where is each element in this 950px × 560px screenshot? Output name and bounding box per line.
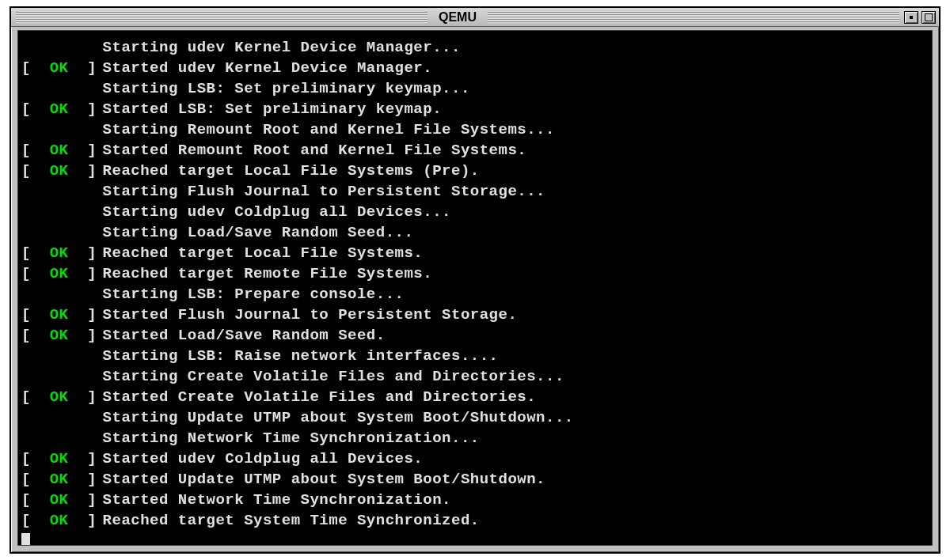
minimize-button[interactable] bbox=[904, 11, 918, 24]
status-ok: [ OK ] bbox=[21, 448, 103, 469]
status-empty bbox=[21, 202, 103, 222]
boot-log-message: Starting Flush Journal to Persistent Sto… bbox=[103, 181, 545, 202]
maximize-icon bbox=[925, 13, 933, 21]
status-empty bbox=[21, 366, 103, 387]
boot-log-line: [ OK ] Started Remount Root and Kernel F… bbox=[21, 140, 929, 161]
status-empty bbox=[21, 222, 103, 243]
boot-log-message: Started Load/Save Random Seed. bbox=[103, 325, 386, 346]
boot-log-message: Started LSB: Set preliminary keymap. bbox=[103, 99, 442, 119]
boot-log-message: Starting LSB: Set preliminary keymap... bbox=[103, 78, 470, 99]
boot-log-line: [ OK ] Reached target Remote File System… bbox=[21, 263, 929, 284]
boot-log-message: Started udev Coldplug all Devices. bbox=[103, 448, 424, 469]
boot-log-line: Starting Flush Journal to Persistent Sto… bbox=[21, 181, 929, 202]
boot-log-line: Starting LSB: Prepare console... bbox=[21, 284, 929, 305]
status-ok-label: OK bbox=[50, 450, 69, 467]
cursor-icon bbox=[21, 533, 30, 546]
titlebar-grip-right bbox=[488, 12, 899, 23]
boot-log-message: Starting udev Coldplug all Devices... bbox=[103, 202, 451, 222]
status-ok: [ OK ] bbox=[21, 490, 103, 510]
status-ok-label: OK bbox=[50, 471, 69, 488]
status-ok-label: OK bbox=[50, 162, 69, 180]
boot-log-message: Starting LSB: Raise network interfaces..… bbox=[103, 346, 499, 366]
boot-log-line: [ OK ] Started udev Coldplug all Devices… bbox=[21, 448, 929, 469]
terminal-output: Starting udev Kernel Device Manager...[ … bbox=[17, 30, 933, 546]
status-ok-label: OK bbox=[50, 327, 69, 344]
cursor-line bbox=[21, 531, 929, 546]
status-ok: [ OK ] bbox=[21, 305, 103, 325]
status-empty bbox=[21, 119, 103, 140]
status-ok-label: OK bbox=[50, 265, 69, 282]
status-ok-label: OK bbox=[50, 244, 69, 262]
boot-log-message: Starting LSB: Prepare console... bbox=[103, 284, 405, 305]
boot-log-line: Starting Create Volatile Files and Direc… bbox=[21, 366, 929, 387]
boot-log-line: [ OK ] Started Network Time Synchronizat… bbox=[21, 490, 929, 510]
status-empty bbox=[21, 428, 103, 448]
status-ok: [ OK ] bbox=[21, 469, 103, 490]
window-buttons bbox=[904, 11, 939, 24]
status-ok-label: OK bbox=[50, 512, 69, 529]
status-ok: [ OK ] bbox=[21, 510, 103, 531]
status-empty bbox=[21, 78, 103, 99]
status-empty bbox=[21, 181, 103, 202]
boot-log-message: Started Flush Journal to Persistent Stor… bbox=[103, 305, 518, 325]
qemu-window: QEMU Starting udev Kernel Device Manager… bbox=[10, 6, 940, 554]
status-empty bbox=[21, 346, 103, 366]
status-ok: [ OK ] bbox=[21, 58, 103, 78]
boot-log-line: [ OK ] Reached target Local File Systems… bbox=[21, 161, 929, 181]
window-title: QEMU bbox=[432, 10, 483, 25]
boot-log-message: Started Network Time Synchronization. bbox=[103, 490, 451, 510]
boot-log-message: Started Create Volatile Files and Direct… bbox=[103, 387, 537, 407]
boot-log-line: [ OK ] Reached target System Time Synchr… bbox=[21, 510, 929, 531]
status-ok-label: OK bbox=[50, 491, 69, 509]
boot-log-message: Starting Load/Save Random Seed... bbox=[103, 222, 414, 243]
status-empty bbox=[21, 37, 103, 58]
boot-log-line: Starting LSB: Set preliminary keymap... bbox=[21, 78, 929, 99]
maximize-button[interactable] bbox=[922, 11, 936, 24]
boot-log-message: Started udev Kernel Device Manager. bbox=[103, 58, 433, 78]
boot-log-line: [ OK ] Started Update UTMP about System … bbox=[21, 469, 929, 490]
boot-log-line: Starting Update UTMP about System Boot/S… bbox=[21, 407, 929, 428]
status-ok-label: OK bbox=[50, 142, 69, 159]
status-ok: [ OK ] bbox=[21, 387, 103, 407]
boot-log-line: [ OK ] Reached target Local File Systems… bbox=[21, 243, 929, 263]
boot-log-line: [ OK ] Started LSB: Set preliminary keym… bbox=[21, 99, 929, 119]
boot-log-message: Reached target System Time Synchronized. bbox=[103, 510, 480, 531]
titlebar-grip-left bbox=[16, 12, 428, 23]
boot-log-message: Starting Network Time Synchronization... bbox=[103, 428, 480, 448]
titlebar[interactable]: QEMU bbox=[11, 8, 939, 27]
status-ok: [ OK ] bbox=[21, 161, 103, 181]
boot-log-message: Starting Update UTMP about System Boot/S… bbox=[103, 407, 574, 428]
boot-log-line: Starting Load/Save Random Seed... bbox=[21, 222, 929, 243]
boot-log-line: [ OK ] Started Flush Journal to Persiste… bbox=[21, 305, 929, 325]
boot-log-message: Reached target Remote File Systems. bbox=[103, 263, 433, 284]
status-ok: [ OK ] bbox=[21, 243, 103, 263]
boot-log-message: Starting Remount Root and Kernel File Sy… bbox=[103, 119, 555, 140]
status-ok: [ OK ] bbox=[21, 263, 103, 284]
status-ok-label: OK bbox=[50, 100, 69, 118]
boot-log-message: Reached target Local File Systems. bbox=[103, 243, 424, 263]
boot-log-message: Starting udev Kernel Device Manager... bbox=[103, 37, 461, 58]
status-ok-label: OK bbox=[50, 59, 69, 77]
boot-log-line: Starting udev Kernel Device Manager... bbox=[21, 37, 929, 58]
boot-log-message: Started Remount Root and Kernel File Sys… bbox=[103, 140, 527, 161]
status-ok: [ OK ] bbox=[21, 140, 103, 161]
boot-log-line: [ OK ] Started Load/Save Random Seed. bbox=[21, 325, 929, 346]
boot-log-line: [ OK ] Started udev Kernel Device Manage… bbox=[21, 58, 929, 78]
status-ok: [ OK ] bbox=[21, 99, 103, 119]
boot-log-line: Starting udev Coldplug all Devices... bbox=[21, 202, 929, 222]
status-ok: [ OK ] bbox=[21, 325, 103, 346]
boot-log-line: Starting LSB: Raise network interfaces..… bbox=[21, 346, 929, 366]
status-empty bbox=[21, 284, 103, 305]
boot-log-message: Reached target Local File Systems (Pre). bbox=[103, 161, 480, 181]
minimize-icon bbox=[910, 16, 913, 19]
status-ok-label: OK bbox=[50, 306, 69, 324]
boot-log-line: [ OK ] Started Create Volatile Files and… bbox=[21, 387, 929, 407]
boot-log-message: Starting Create Volatile Files and Direc… bbox=[103, 366, 564, 387]
status-empty bbox=[21, 407, 103, 428]
boot-log-message: Started Update UTMP about System Boot/Sh… bbox=[103, 469, 545, 490]
boot-log-line: Starting Network Time Synchronization... bbox=[21, 428, 929, 448]
boot-log-line: Starting Remount Root and Kernel File Sy… bbox=[21, 119, 929, 140]
status-ok-label: OK bbox=[50, 388, 69, 406]
